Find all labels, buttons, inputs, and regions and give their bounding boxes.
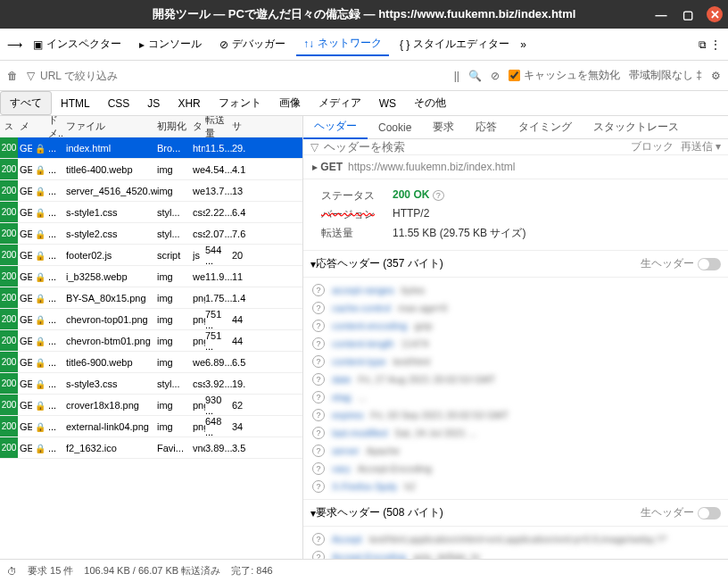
filter-xhr[interactable]: XHR — [169, 94, 209, 113]
table-row[interactable]: 200GE...server_4516_4520.wimgwe13.7...13 — [0, 180, 302, 202]
lock-icon — [35, 229, 46, 239]
lock-icon — [35, 164, 46, 175]
status-requests: 要求 15 件 — [28, 564, 73, 578]
styleeditor-icon: { } — [400, 38, 410, 51]
tab-console[interactable]: ▸ コンソール — [132, 33, 209, 55]
perf-icon[interactable]: ⏱ — [7, 566, 17, 577]
tab-inspector[interactable]: ▣ インスペクター — [26, 33, 128, 55]
filter-tabs: すべて HTML CSS JS XHR フォント 画像 メディア WS その他 — [0, 91, 728, 116]
status-transfer: 106.94 KB / 66.07 KB 転送済み — [84, 564, 220, 578]
console-icon: ▸ — [139, 38, 145, 51]
filter-media[interactable]: メディア — [310, 92, 370, 114]
window-title: 開発ツール — PCで遊んだ日々の備忘録 — https://www.fuuke… — [153, 6, 576, 22]
network-toolbar: 🗑 ▽ || 🔍 ⊘ キャッシュを無効化 帯域制限なし ‡ ⚙ — [0, 61, 728, 91]
table-row[interactable]: 200GE...chevron-top01.pngimgpng751 ...44 — [0, 309, 302, 330]
raw-toggle[interactable] — [698, 258, 721, 270]
header-item: ?varyAccept-Encoding — [312, 460, 719, 478]
tab-debugger[interactable]: ⊘ デバッガー — [212, 33, 293, 55]
table-row[interactable]: 200GE...chevron-btm01.pngimgpng751 ...44 — [0, 330, 302, 352]
lock-icon — [35, 336, 46, 346]
block-icon[interactable]: ⊘ — [491, 70, 500, 82]
lock-icon — [35, 250, 46, 261]
lock-icon — [35, 271, 46, 282]
inspector-icon: ▣ — [33, 38, 43, 51]
lock-icon — [35, 207, 46, 218]
tab-network[interactable]: ↑↓ ネットワーク — [296, 32, 389, 56]
devtools-toolbar: ⟶ ▣ インスペクター ▸ コンソール ⊘ デバッガー ↑↓ ネットワーク { … — [0, 29, 728, 61]
lock-icon — [35, 143, 46, 154]
header-item: ?X-Firefox-Spdyh2 — [312, 478, 719, 495]
details-panel: ヘッダー Cookie 要求 応答 タイミング スタックトレース ▽ ブロック … — [303, 116, 728, 559]
filter-ws[interactable]: WS — [370, 94, 405, 113]
network-icon: ↑↓ — [303, 37, 314, 50]
close-button[interactable]: ✕ — [707, 6, 723, 22]
lock-icon — [35, 378, 46, 389]
lock-icon — [35, 293, 46, 303]
filter-image[interactable]: 画像 — [270, 92, 310, 114]
table-row[interactable]: 200GE...s-style1.cssstyl...css2.22...6.4 — [0, 202, 302, 223]
table-header-row: ス メ ドメ... ファイル 初期化 タ 転送量 サ — [0, 116, 302, 137]
header-item: ?content-length11474 — [312, 335, 719, 353]
dtab-timing[interactable]: タイミング — [508, 116, 583, 138]
lock-icon — [35, 443, 46, 453]
tab-styleeditor[interactable]: { } スタイルエディター — [393, 33, 517, 55]
filter-icon: ▽ — [27, 70, 35, 82]
request-table: ス メ ドメ... ファイル 初期化 タ 転送量 サ 200GE...index… — [0, 116, 303, 559]
responsive-icon[interactable]: ⧉ — [699, 38, 707, 51]
table-row[interactable]: 200GE...i_b3258.webpimgwe11.9...11 — [0, 266, 302, 287]
search-icon[interactable]: 🔍 — [468, 70, 482, 82]
filter-icon: ▽ — [310, 141, 318, 154]
block-link[interactable]: ブロック — [631, 139, 674, 154]
filter-css[interactable]: CSS — [99, 94, 139, 113]
disable-cache-checkbox[interactable]: キャッシュを無効化 — [509, 68, 620, 83]
dtab-response[interactable]: 応答 — [465, 116, 508, 138]
header-item: ?Accept-Encodinggzip, deflate, br — [312, 548, 719, 559]
table-row[interactable]: 200GE...BY-SA_80x15.pngimgpng1.75...1.4 — [0, 287, 302, 309]
table-row[interactable]: 200GE...title6-900.webpimgwe6.89...6.5 — [0, 352, 302, 373]
header-item: ?expiresFri, 03 Sep 2021 20:02:53 GMT — [312, 406, 719, 424]
detail-tabs: ヘッダー Cookie 要求 応答 タイミング スタックトレース — [303, 116, 728, 139]
filter-other[interactable]: その他 — [405, 92, 455, 114]
filter-js[interactable]: JS — [138, 94, 169, 113]
raw-toggle[interactable] — [698, 507, 721, 520]
options-icon[interactable]: ⋮ — [710, 38, 721, 51]
table-row[interactable]: 200GE...title6-400.webpimgwe4.54...4.1 — [0, 159, 302, 180]
header-item: ?content-typetext/html — [312, 353, 719, 370]
maximize-button[interactable]: ▢ — [680, 6, 696, 22]
filter-html[interactable]: HTML — [52, 94, 99, 113]
dock-icon[interactable]: ⟶ — [7, 38, 22, 51]
response-headers-section[interactable]: ▾ 応答ヘッダー (357 バイト) 生ヘッダー — [303, 250, 728, 278]
header-item: ?dateFri, 27 Aug 2021 20:02:53 GMT — [312, 370, 719, 388]
settings-icon[interactable]: ⚙ — [711, 70, 721, 82]
dtab-header[interactable]: ヘッダー — [303, 116, 368, 139]
lock-icon — [35, 400, 46, 411]
table-row[interactable]: 200GE...crover18x18.pngimgpng930 ...62 — [0, 395, 302, 416]
more-tabs-icon[interactable]: » — [520, 38, 526, 51]
url-filter-input[interactable] — [40, 70, 174, 82]
table-row[interactable]: 200GE...s-style3.cssstyl...css3.92...19. — [0, 373, 302, 395]
filter-all[interactable]: すべて — [0, 91, 52, 115]
table-row[interactable]: 200GE...index.htmlBro...htn11.5...29. — [0, 137, 302, 159]
table-row[interactable]: 200GE...footer02.jsscriptjs544 ...20 — [0, 245, 302, 266]
dtab-request[interactable]: 要求 — [422, 116, 465, 138]
table-row[interactable]: 200GE...f2_1632.icoFavi...vnc3.89...3.5 — [0, 437, 302, 459]
header-item: ?Accepttext/html,application/xhtml+xml,a… — [312, 530, 719, 548]
header-filter-input[interactable] — [324, 140, 625, 154]
dtab-cookie[interactable]: Cookie — [368, 118, 422, 137]
pause-icon[interactable]: || — [454, 70, 459, 82]
dtab-stack[interactable]: スタックトレース — [583, 116, 690, 138]
table-row[interactable]: 200GE...external-link04.pngimgpng648 ...… — [0, 416, 302, 437]
minimize-button[interactable]: — — [653, 6, 669, 22]
request-headers-section[interactable]: ▾ 要求ヘッダー (508 バイト) 生ヘッダー — [303, 499, 728, 527]
clear-icon[interactable]: 🗑 — [7, 70, 18, 82]
header-item: ?accept-rangesbytes — [312, 281, 719, 299]
filter-font[interactable]: フォント — [210, 92, 270, 114]
header-item: ?last-modifiedSat, 24 Jul 2021 ... — [312, 424, 719, 442]
request-line: ▸ GEThttps://www.fuukemn.biz/index.html — [303, 155, 728, 179]
throttle-select[interactable]: 帯域制限なし ‡ — [629, 68, 702, 83]
statusbar: ⏱ 要求 15 件 106.94 KB / 66.07 KB 転送済み 完了: … — [0, 559, 728, 582]
window-titlebar: 開発ツール — PCで遊んだ日々の備忘録 — https://www.fuuke… — [0, 0, 728, 29]
table-row[interactable]: 200GE...s-style2.cssstyl...css2.07...7.6 — [0, 223, 302, 245]
resend-link[interactable]: 再送信 ▾ — [681, 139, 721, 154]
lock-icon — [35, 186, 46, 196]
